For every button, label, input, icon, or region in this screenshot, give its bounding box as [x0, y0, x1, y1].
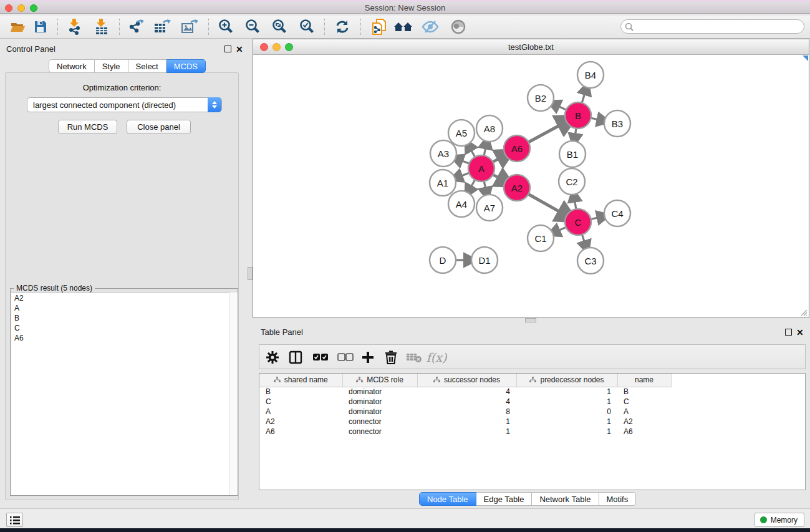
gear-icon[interactable] — [263, 348, 282, 367]
tab-node-table[interactable]: Node Table — [419, 492, 476, 506]
splitter-handle-horizontal[interactable] — [525, 318, 536, 322]
tab-network-table[interactable]: Network Table — [532, 492, 599, 506]
add-column-icon[interactable] — [358, 348, 378, 367]
run-mcds-button[interactable]: Run MCDS — [58, 120, 117, 134]
show-details-icon[interactable] — [448, 17, 469, 36]
network-document-icon[interactable] — [368, 17, 389, 36]
float-panel-icon[interactable] — [224, 46, 231, 54]
delete-table-icon[interactable] — [404, 348, 424, 367]
mcds-result-item[interactable]: B — [11, 313, 238, 323]
hide-details-icon[interactable] — [420, 17, 441, 36]
zoom-in-icon[interactable] — [215, 17, 236, 36]
delete-icon[interactable] — [381, 348, 401, 367]
table-cell[interactable]: 1 — [417, 427, 516, 437]
mcds-list-scrollbar[interactable] — [229, 293, 238, 495]
graph-edge[interactable] — [470, 180, 475, 188]
tab-style[interactable]: Style — [95, 59, 128, 73]
graph-edge[interactable] — [575, 128, 576, 137]
table-row[interactable]: A2connector11A2 — [259, 417, 671, 427]
graph-edge[interactable] — [582, 235, 585, 243]
graph-edge[interactable] — [528, 194, 562, 213]
zoom-out-icon[interactable] — [242, 17, 263, 36]
table-cell[interactable]: A — [259, 407, 342, 417]
table-float-icon[interactable] — [785, 329, 792, 337]
table-cell[interactable]: dominator — [342, 387, 417, 397]
table-cell[interactable]: dominator — [342, 407, 417, 417]
graph-edge[interactable] — [460, 160, 469, 164]
table-cell[interactable]: A2 — [617, 417, 671, 427]
tab-select[interactable]: Select — [128, 59, 166, 73]
detach-corner-icon[interactable] — [803, 56, 808, 61]
table-cell[interactable]: C — [617, 397, 671, 407]
mcds-result-item[interactable]: A6 — [11, 333, 238, 343]
col-successor-nodes[interactable]: successor nodes — [417, 374, 516, 387]
table-cell[interactable]: 0 — [516, 407, 617, 417]
table-cell[interactable]: 4 — [417, 387, 516, 397]
export-table-icon[interactable] — [152, 17, 173, 36]
search-input[interactable] — [636, 22, 804, 31]
col-shared-name[interactable]: shared name — [259, 374, 342, 387]
close-panel-button[interactable]: Close panel — [127, 120, 191, 134]
table-cell[interactable]: 8 — [417, 407, 516, 417]
export-network-icon[interactable] — [125, 17, 147, 36]
table-cell[interactable]: connector — [342, 427, 417, 437]
table-cell[interactable]: A6 — [259, 427, 342, 437]
table-cell[interactable]: A6 — [617, 427, 671, 437]
tab-motifs[interactable]: Motifs — [599, 492, 637, 506]
import-table-icon[interactable] — [91, 17, 112, 36]
select-all-icon[interactable] — [311, 348, 330, 367]
graph-edge[interactable] — [591, 118, 600, 120]
close-panel-icon[interactable]: ✕ — [236, 46, 243, 53]
table-row[interactable]: Adominator80A — [259, 407, 671, 417]
graph-edge[interactable] — [460, 173, 469, 177]
save-session-icon[interactable] — [30, 17, 51, 36]
table-cell[interactable]: 1 — [516, 427, 617, 437]
table-cell[interactable]: C — [259, 397, 342, 407]
table-cell[interactable]: 4 — [417, 397, 516, 407]
splitter-handle-vertical[interactable] — [248, 267, 253, 280]
table-header-row[interactable]: shared name MCDS role successor nodes pr… — [259, 374, 671, 387]
table-cell[interactable]: B — [259, 387, 342, 397]
table-cell[interactable]: A2 — [259, 417, 342, 427]
table-row[interactable]: Cdominator41C — [259, 397, 671, 407]
home-icon[interactable] — [393, 17, 414, 36]
graph-edge[interactable] — [557, 105, 566, 110]
table-cell[interactable]: A — [617, 407, 671, 417]
function-icon[interactable]: f(x) — [427, 348, 446, 367]
mcds-result-item[interactable]: A — [11, 303, 238, 313]
import-network-icon[interactable] — [64, 17, 85, 36]
table-cell[interactable]: 1 — [417, 417, 516, 427]
table-cell[interactable]: dominator — [342, 397, 417, 407]
mcds-result-item[interactable]: C — [11, 323, 238, 333]
graph-edge[interactable] — [484, 146, 486, 155]
graph-edge[interactable] — [574, 200, 576, 210]
graph-edge[interactable] — [484, 181, 486, 190]
graph-edge[interactable] — [582, 92, 585, 103]
memory-button[interactable]: Memory — [755, 513, 804, 527]
table-cell[interactable]: B — [617, 387, 671, 397]
task-history-button[interactable] — [6, 513, 23, 527]
deselect-all-icon[interactable] — [335, 348, 355, 367]
table-cell[interactable]: 1 — [516, 397, 617, 407]
table-close-icon[interactable]: ✕ — [796, 329, 804, 336]
table-cell[interactable]: connector — [342, 417, 417, 427]
col-mcds-role[interactable]: MCDS role — [342, 374, 417, 387]
network-canvas[interactable]: A5A8A3A6AA1A2A4A7B2B4BB3B1C2CC4C1C3DD1 — [253, 55, 809, 317]
graph-edge[interactable] — [557, 227, 566, 231]
table-cell[interactable]: 1 — [516, 417, 617, 427]
graph-edge[interactable] — [591, 217, 599, 219]
criterion-dropdown[interactable]: largest connected component (directed) — [27, 97, 222, 112]
table-cell[interactable]: 1 — [516, 387, 617, 397]
zoom-selected-icon[interactable] — [296, 17, 317, 36]
table-row[interactable]: Bdominator41B — [259, 387, 671, 397]
refresh-icon[interactable] — [332, 17, 353, 36]
graph-edge[interactable] — [528, 124, 562, 142]
mcds-result-list[interactable]: A2ABCA6 — [11, 293, 238, 495]
tab-mcds[interactable]: MCDS — [166, 59, 206, 73]
zoom-fit-icon[interactable] — [269, 17, 290, 36]
tab-network[interactable]: Network — [49, 59, 95, 73]
tab-edge-table[interactable]: Edge Table — [476, 492, 533, 506]
col-predecessor-nodes[interactable]: predecessor nodes — [516, 374, 617, 387]
col-name[interactable]: name — [617, 374, 671, 387]
graph-edge[interactable] — [493, 157, 501, 162]
